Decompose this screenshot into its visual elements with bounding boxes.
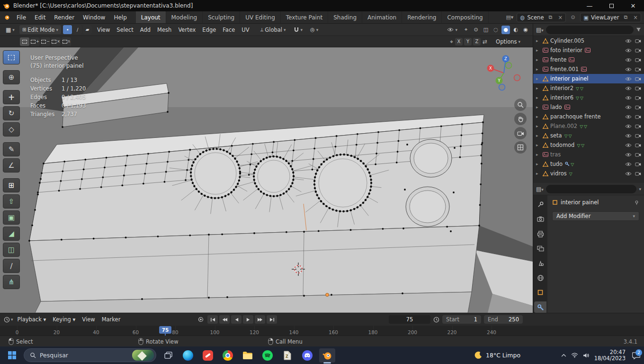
timeline-ruler[interactable]: 02040608010012014016018020022024075: [0, 326, 644, 336]
disclosure-triangle-icon[interactable]: ▸: [536, 38, 542, 43]
mirror-icon[interactable]: ⇄: [483, 38, 487, 45]
outliner-row[interactable]: ▸interior2▽▽: [533, 83, 644, 93]
disclosure-triangle-icon[interactable]: ▸: [536, 48, 542, 53]
tool-options-dropdown[interactable]: Options ▾: [493, 37, 523, 46]
tool-cursor[interactable]: ⊕: [3, 70, 20, 84]
taskbar-search[interactable]: Pesquisar: [24, 348, 156, 362]
new-scene-icon[interactable]: ⧉: [546, 14, 555, 20]
shading-wireframe-button[interactable]: ◌: [492, 26, 500, 34]
timeline-menu-keying[interactable]: Keying ▾: [49, 316, 79, 323]
outliner-row[interactable]: ▸Plane.002▽▽: [533, 121, 644, 131]
add-modifier-button[interactable]: Add Modifier ▾: [552, 211, 639, 221]
minimize-button[interactable]: —: [579, 0, 600, 11]
workspace-tab-compositing[interactable]: Compositing: [442, 11, 488, 23]
menu-help[interactable]: Help: [109, 11, 131, 24]
outliner-row[interactable]: ▸tras: [533, 150, 644, 159]
disclosure-triangle-icon[interactable]: ▸: [536, 57, 542, 62]
shading-rendered-button[interactable]: ◉: [521, 26, 530, 34]
menu-window[interactable]: Window: [79, 11, 109, 24]
viewport-menu-face[interactable]: Face: [219, 27, 238, 33]
select-mode-vertex-button[interactable]: ∙: [63, 25, 72, 34]
select-mode-edge-button[interactable]: ∕: [73, 25, 82, 34]
viewport-menu-vertex[interactable]: Vertex: [175, 27, 199, 33]
navigation-gizmo[interactable]: X Y Z: [481, 52, 527, 98]
properties-tab-modifiers[interactable]: [534, 301, 546, 313]
file-explorer-icon[interactable]: [240, 348, 256, 363]
shading-material-button[interactable]: ◐: [511, 26, 520, 34]
outliner-editor-icon[interactable]: ▤▾: [536, 27, 544, 33]
maximize-button[interactable]: [600, 0, 622, 11]
mode-selector[interactable]: ⊞ Edit Mode ▾: [19, 25, 61, 34]
viewport-menu-add[interactable]: Add: [137, 27, 154, 33]
disable-render-camera-icon[interactable]: [635, 48, 641, 53]
disclosure-triangle-icon[interactable]: ▸: [536, 152, 542, 157]
tool-annotate[interactable]: ✎: [3, 142, 20, 156]
hide-viewport-eye-icon[interactable]: [625, 67, 632, 72]
properties-tab-scene[interactable]: [534, 258, 546, 269]
viewport-menu-uv[interactable]: UV: [238, 27, 252, 33]
hide-viewport-eye-icon[interactable]: [625, 134, 632, 138]
hide-viewport-eye-icon[interactable]: [625, 48, 632, 53]
network-icon[interactable]: [571, 353, 578, 358]
tool-move[interactable]: +: [3, 90, 20, 104]
hide-viewport-eye-icon[interactable]: [625, 86, 632, 91]
zoom-button[interactable]: [514, 99, 527, 111]
axis-toggle-y[interactable]: Y: [464, 38, 472, 46]
camera-view-button[interactable]: [514, 127, 527, 139]
pan-hand-button[interactable]: [514, 113, 527, 125]
tool-extrude[interactable]: ⇧: [3, 194, 20, 209]
workspace-tab-layout[interactable]: Layout: [136, 11, 166, 23]
workspace-tab-modeling[interactable]: Modeling: [166, 11, 203, 23]
workspace-tab-sculpting[interactable]: Sculpting: [203, 11, 240, 23]
disclosure-triangle-icon[interactable]: ▸: [536, 67, 542, 72]
properties-tab-tool[interactable]: [534, 199, 546, 210]
properties-tab-viewlayer[interactable]: [534, 243, 546, 255]
disclosure-triangle-icon[interactable]: ▸: [536, 162, 542, 166]
search-highlight-thumbnail[interactable]: [132, 350, 154, 361]
tool-rotate[interactable]: ↻: [3, 106, 20, 120]
menu-render[interactable]: Render: [50, 11, 79, 24]
tool-measure[interactable]: ∠: [3, 158, 20, 173]
menu-file[interactable]: File: [12, 11, 30, 24]
disable-render-camera-icon[interactable]: [635, 38, 641, 43]
orthographic-grid-button[interactable]: [514, 141, 527, 154]
select-intersect-button[interactable]: ∩: [62, 37, 71, 46]
disclosure-triangle-icon[interactable]: ▸: [536, 133, 542, 138]
select-subtract-button[interactable]: −: [41, 37, 50, 46]
transform-orientation-selector[interactable]: ⟂ Global ▾: [258, 25, 289, 34]
playhead[interactable]: 75: [159, 326, 171, 334]
disclosure-triangle-icon[interactable]: ▸: [536, 114, 542, 119]
pin-icon[interactable]: [634, 200, 639, 205]
task-view-button[interactable]: [160, 348, 176, 363]
workspace-tab-texture-paint[interactable]: Texture Paint: [281, 11, 328, 23]
unlink-scene-icon[interactable]: ×: [558, 14, 563, 21]
hide-viewport-eye-icon[interactable]: [625, 96, 632, 100]
disclosure-triangle-icon[interactable]: ▸: [536, 86, 542, 91]
select-set-button[interactable]: [20, 37, 29, 46]
hide-viewport-eye-icon[interactable]: [625, 143, 632, 147]
xray-toggle-button[interactable]: ◫: [482, 26, 490, 34]
hide-viewport-eye-icon[interactable]: [625, 153, 632, 157]
discord-icon[interactable]: [299, 348, 315, 363]
show-object-types-button[interactable]: ▾: [444, 25, 460, 34]
outliner-row[interactable]: ▸interior6▽▽: [533, 93, 644, 102]
outliner-row[interactable]: ▸frente.001: [533, 64, 644, 74]
archive-app-icon[interactable]: Z: [279, 348, 295, 363]
viewlayer-selector[interactable]: ▣ ViewLayer ⧉ ×: [580, 13, 641, 22]
shading-solid-button[interactable]: ●: [501, 26, 510, 34]
disable-render-camera-icon[interactable]: [635, 114, 641, 119]
timeline-editor-icon[interactable]: ▾: [4, 317, 13, 323]
notification-center-icon[interactable]: 2: [632, 352, 640, 359]
workspace-tab-rendering[interactable]: Rendering: [402, 11, 442, 23]
outliner-row[interactable]: ▸interior painel: [533, 74, 644, 83]
transform-pivot-icon[interactable]: ⌖: [450, 38, 453, 45]
hidden-icons-chevron[interactable]: [561, 354, 566, 357]
disable-render-camera-icon[interactable]: [635, 152, 641, 157]
disable-render-camera-icon[interactable]: [635, 86, 641, 91]
outliner-row[interactable]: ▸lado: [533, 102, 644, 112]
properties-tab-output[interactable]: [534, 228, 546, 240]
outliner-row[interactable]: ▸vidros▽: [533, 169, 644, 178]
tool-add-cube[interactable]: ⊞: [3, 178, 20, 192]
record-button[interactable]: [196, 315, 206, 324]
tool-inset[interactable]: ▣: [3, 210, 20, 225]
